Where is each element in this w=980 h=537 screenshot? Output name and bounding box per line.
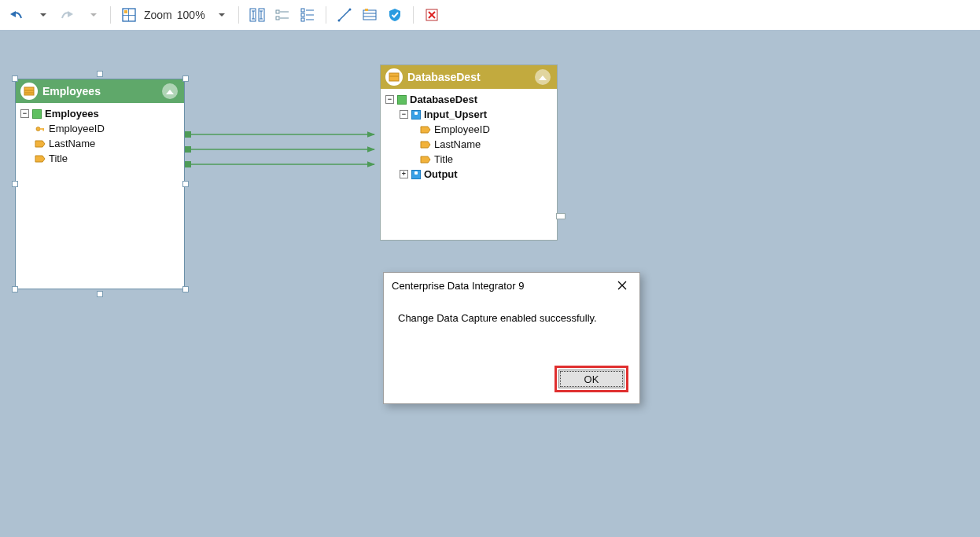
collapse-icon[interactable]: [162, 83, 178, 99]
verify-button[interactable]: [383, 5, 407, 25]
message-dialog: Centerprise Data Integrator 9 Change Dat…: [383, 272, 640, 404]
tree-root-label: DatabaseDest: [410, 94, 477, 105]
separator: [413, 6, 414, 24]
resize-handle[interactable]: [12, 286, 18, 292]
tree-field[interactable]: Title: [20, 151, 179, 166]
delete-button[interactable]: [420, 5, 444, 25]
zoom-label: Zoom: [142, 9, 175, 21]
tag-icon: [35, 155, 46, 163]
close-icon: [617, 281, 627, 290]
svg-point-17: [337, 20, 340, 22]
svg-rect-38: [389, 73, 399, 81]
expand-toggle-icon[interactable]: +: [400, 170, 408, 178]
field-label: EmployeeID: [434, 123, 490, 135]
dialog-close-button[interactable]: [613, 276, 632, 295]
table-icon: [397, 95, 407, 105]
resize-handle[interactable]: [182, 75, 189, 82]
ok-button[interactable]: OK: [558, 370, 624, 388]
collapse-icon[interactable]: [535, 69, 551, 85]
field-label: Title: [434, 153, 453, 165]
zoom-dropdown[interactable]: [208, 5, 232, 25]
node-employees-body: − Employees EmployeeID LastName Title: [16, 103, 184, 171]
svg-rect-10: [301, 9, 304, 12]
tree-field[interactable]: LastName: [20, 136, 179, 151]
tree-group[interactable]: + Output: [385, 167, 552, 182]
dialog-titlebar[interactable]: Centerprise Data Integrator 9: [384, 273, 639, 298]
svg-rect-6: [276, 10, 279, 13]
align-left-button[interactable]: [271, 5, 294, 25]
field-label: Title: [49, 153, 68, 164]
resize-handle[interactable]: [12, 75, 18, 82]
database-table-icon: [20, 83, 38, 100]
tag-icon: [35, 140, 46, 148]
collapse-toggle-icon[interactable]: −: [400, 110, 408, 119]
svg-rect-22: [365, 9, 368, 11]
ok-button-label: OK: [584, 373, 599, 385]
svg-rect-31: [185, 161, 191, 167]
redo-button[interactable]: [55, 5, 79, 25]
undo-button[interactable]: [5, 5, 28, 25]
node-employees[interactable]: Employees − Employees EmployeeID LastNam…: [15, 79, 185, 289]
tree-field[interactable]: LastName: [385, 137, 552, 152]
tag-icon: [420, 156, 431, 164]
table-icon: [32, 109, 42, 119]
svg-rect-2: [123, 15, 135, 16]
svg-rect-3: [128, 9, 129, 21]
field-label: EmployeeID: [49, 123, 105, 134]
svg-rect-30: [185, 146, 191, 153]
toolbar: Zoom 100%: [0, 0, 980, 30]
dialog-title-text: Centerprise Data Integrator 9: [392, 280, 524, 292]
ok-highlight: OK: [554, 366, 628, 392]
zoom-value: 100%: [177, 9, 207, 21]
node-databasedest-header[interactable]: DatabaseDest: [381, 65, 557, 89]
tree-root[interactable]: − Employees: [20, 106, 179, 121]
svg-line-16: [339, 9, 350, 20]
separator: [238, 6, 239, 24]
tree-field[interactable]: EmployeeID: [385, 122, 552, 137]
group-label: Input_Upsert: [424, 109, 487, 120]
svg-rect-37: [42, 128, 44, 131]
collapse-toggle-icon[interactable]: −: [385, 95, 394, 104]
node-databasedest-title: DatabaseDest: [407, 71, 481, 83]
tree-field[interactable]: EmployeeID: [20, 121, 179, 136]
svg-rect-11: [301, 13, 304, 17]
resize-handle[interactable]: [97, 291, 103, 297]
svg-rect-29: [185, 131, 191, 138]
svg-rect-1: [124, 10, 127, 13]
node-databasedest-body: − DatabaseDest − Input_Upsert EmployeeID…: [381, 89, 557, 186]
svg-rect-7: [276, 17, 279, 20]
tree-group[interactable]: − Input_Upsert: [385, 107, 552, 122]
svg-rect-32: [24, 87, 34, 95]
svg-rect-12: [301, 18, 304, 21]
svg-point-18: [348, 9, 351, 11]
auto-layout-button[interactable]: [245, 5, 269, 25]
tag-icon: [420, 126, 431, 134]
dialog-message: Change Data Capture enabled successfully…: [384, 298, 639, 330]
node-employees-header[interactable]: Employees: [16, 79, 184, 103]
redo-dropdown[interactable]: [80, 5, 104, 25]
tree-root[interactable]: − DatabaseDest: [385, 92, 552, 107]
output-port[interactable]: [556, 213, 566, 219]
field-label: LastName: [49, 138, 95, 149]
tree-field[interactable]: Title: [385, 152, 552, 167]
collapse-toggle-icon[interactable]: −: [20, 109, 29, 118]
align-list-button[interactable]: [296, 5, 319, 25]
database-dest-icon: [385, 68, 403, 86]
layout-button[interactable]: [117, 5, 141, 25]
input-group-icon: [411, 110, 421, 120]
tree-root-label: Employees: [45, 108, 99, 120]
undo-dropdown[interactable]: [30, 5, 53, 25]
svg-rect-19: [363, 10, 376, 20]
tag-icon: [420, 141, 431, 149]
design-canvas[interactable]: Employees − Employees EmployeeID LastNam…: [0, 30, 980, 537]
output-group-icon: [411, 170, 421, 179]
key-icon: [35, 125, 46, 133]
resize-handle[interactable]: [182, 286, 189, 292]
separator: [110, 6, 111, 24]
grid-tool-button[interactable]: [358, 5, 381, 25]
resize-handle[interactable]: [12, 181, 18, 187]
resize-handle[interactable]: [97, 71, 103, 77]
node-databasedest[interactable]: DatabaseDest − DatabaseDest − Input_Upse…: [380, 64, 558, 241]
line-tool-button[interactable]: [333, 5, 356, 25]
resize-handle[interactable]: [182, 181, 189, 187]
